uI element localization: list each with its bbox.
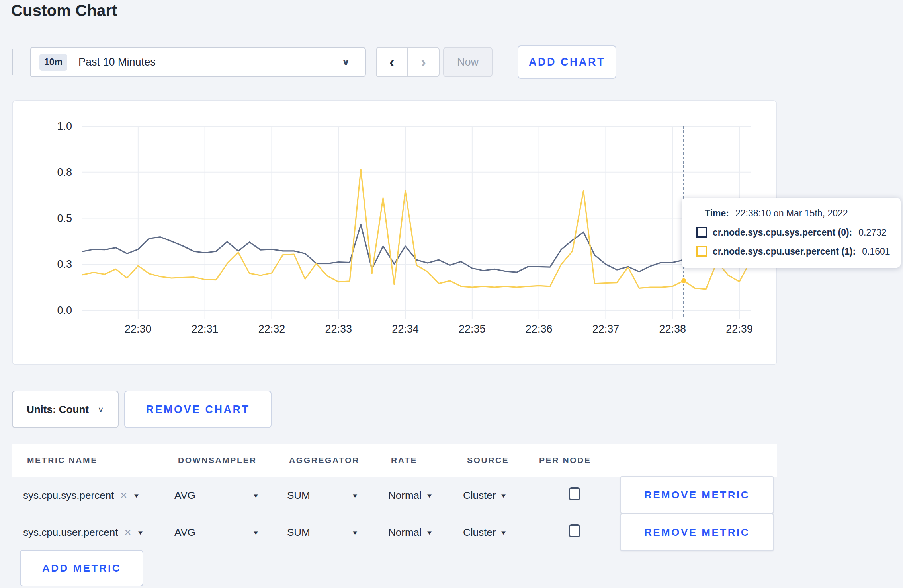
downsampler-value: AVG xyxy=(174,489,195,502)
aggregator-select[interactable]: SUM ▼ xyxy=(287,520,358,545)
chevron-down-icon: ∨ xyxy=(98,405,104,414)
source-value: Cluster xyxy=(463,489,496,502)
svg-text:22:30: 22:30 xyxy=(125,323,152,335)
rate-select[interactable]: Normal ▼ xyxy=(388,483,432,508)
svg-text:22:35: 22:35 xyxy=(459,323,486,335)
now-button[interactable]: Now xyxy=(443,47,493,77)
add-chart-button[interactable]: ADD CHART xyxy=(518,45,616,79)
downsampler-select[interactable]: AVG ▼ xyxy=(174,483,259,508)
metrics-table-header: METRIC NAME DOWNSAMPLER AGGREGATOR RATE … xyxy=(12,444,777,477)
caret-down-icon: ▼ xyxy=(500,492,508,499)
svg-text:22:38: 22:38 xyxy=(659,323,686,335)
tooltip-sys-value: 0.2732 xyxy=(858,227,886,238)
svg-text:0.8: 0.8 xyxy=(57,166,72,178)
clear-icon[interactable]: × xyxy=(124,526,131,539)
chevron-left-icon: ‹ xyxy=(389,53,395,71)
sys-series-swatch-icon xyxy=(696,227,707,238)
next-range-button[interactable]: › xyxy=(408,48,439,76)
svg-text:22:31: 22:31 xyxy=(192,323,219,335)
metric-name-value: sys.cpu.sys.percent xyxy=(23,489,114,502)
tooltip-sys-label: cr.node.sys.cpu.sys.percent (0): xyxy=(713,227,852,238)
svg-text:22:33: 22:33 xyxy=(325,323,352,335)
column-header-source: SOURCE xyxy=(467,456,509,465)
per-node-checkbox[interactable] xyxy=(569,524,580,537)
caret-down-icon: ▼ xyxy=(133,492,140,499)
toolbar-divider xyxy=(12,49,13,75)
units-label: Units: Count xyxy=(27,403,89,416)
source-select[interactable]: Cluster ▼ xyxy=(463,483,506,508)
metric-name-value: sys.cpu.user.percent xyxy=(23,526,118,539)
rate-value: Normal xyxy=(388,489,422,502)
column-header-rate: RATE xyxy=(391,456,417,465)
svg-text:1.0: 1.0 xyxy=(57,120,72,132)
svg-text:22:37: 22:37 xyxy=(592,323,620,335)
rate-value: Normal xyxy=(388,526,422,539)
downsampler-value: AVG xyxy=(174,526,195,539)
time-window-badge: 10m xyxy=(39,54,67,71)
units-select[interactable]: Units: Count ∨ xyxy=(12,391,119,428)
aggregator-value: SUM xyxy=(287,526,310,539)
tooltip-user-value: 0.1601 xyxy=(862,246,890,257)
caret-down-icon: ▼ xyxy=(252,492,260,499)
remove-metric-button[interactable]: REMOVE METRIC xyxy=(620,476,774,514)
downsampler-select[interactable]: AVG ▼ xyxy=(174,520,259,545)
chevron-right-icon: › xyxy=(421,53,426,71)
page-title: Custom Chart xyxy=(11,2,117,19)
remove-chart-button[interactable]: REMOVE CHART xyxy=(124,391,272,428)
caret-down-icon: ▼ xyxy=(351,492,359,499)
time-range-stepper: ‹ › xyxy=(376,47,440,77)
tooltip-user-label: cr.node.sys.cpu.user.percent (1): xyxy=(713,246,856,257)
caret-down-icon: ▼ xyxy=(500,529,508,536)
svg-text:0.3: 0.3 xyxy=(57,258,72,270)
per-node-checkbox[interactable] xyxy=(569,487,580,500)
column-header-per-node: PER NODE xyxy=(539,456,591,465)
svg-text:22:32: 22:32 xyxy=(258,323,285,335)
remove-metric-button[interactable]: REMOVE METRIC xyxy=(620,514,774,551)
time-range-select[interactable]: 10m Past 10 Minutes ∨ xyxy=(30,47,366,77)
caret-down-icon: ▼ xyxy=(351,529,359,536)
time-series-chart[interactable]: 0.00.30.50.81.022:3022:3122:3222:3322:34… xyxy=(13,101,776,364)
column-header-aggregator: AGGREGATOR xyxy=(289,456,360,465)
user-series-swatch-icon xyxy=(696,246,707,257)
caret-down-icon: ▼ xyxy=(137,529,145,536)
svg-text:22:39: 22:39 xyxy=(726,323,753,335)
column-header-metric-name: METRIC NAME xyxy=(27,456,98,465)
tooltip-time-value: 22:38:10 on Mar 15th, 2022 xyxy=(735,208,848,219)
chevron-down-icon: ∨ xyxy=(342,57,350,67)
tooltip-time-label: Time: xyxy=(705,208,729,219)
add-metric-button[interactable]: ADD METRIC xyxy=(20,550,143,586)
metric-name-select[interactable]: sys.cpu.user.percent × ▼ xyxy=(23,520,143,545)
aggregator-value: SUM xyxy=(287,489,310,502)
prev-range-button[interactable]: ‹ xyxy=(377,48,408,76)
custom-chart-page: Custom Chart 10m Past 10 Minutes ∨ ‹ › N… xyxy=(0,0,903,588)
column-header-downsampler: DOWNSAMPLER xyxy=(178,456,257,465)
time-window-label: Past 10 Minutes xyxy=(78,56,156,68)
chart-tooltip: Time: 22:38:10 on Mar 15th, 2022 cr.node… xyxy=(682,198,901,268)
caret-down-icon: ▼ xyxy=(426,492,433,499)
aggregator-select[interactable]: SUM ▼ xyxy=(287,483,358,508)
caret-down-icon: ▼ xyxy=(426,529,433,536)
rate-select[interactable]: Normal ▼ xyxy=(388,520,432,545)
caret-down-icon: ▼ xyxy=(252,529,260,536)
chart-card: 0.00.30.50.81.022:3022:3122:3222:3322:34… xyxy=(12,100,777,365)
metric-name-select[interactable]: sys.cpu.sys.percent × ▼ xyxy=(23,483,139,508)
svg-text:22:36: 22:36 xyxy=(526,323,553,335)
source-value: Cluster xyxy=(463,526,496,539)
svg-text:0.0: 0.0 xyxy=(57,304,72,316)
clear-icon[interactable]: × xyxy=(120,489,127,502)
svg-text:0.5: 0.5 xyxy=(57,212,72,224)
svg-text:22:34: 22:34 xyxy=(392,323,419,335)
source-select[interactable]: Cluster ▼ xyxy=(463,520,506,545)
